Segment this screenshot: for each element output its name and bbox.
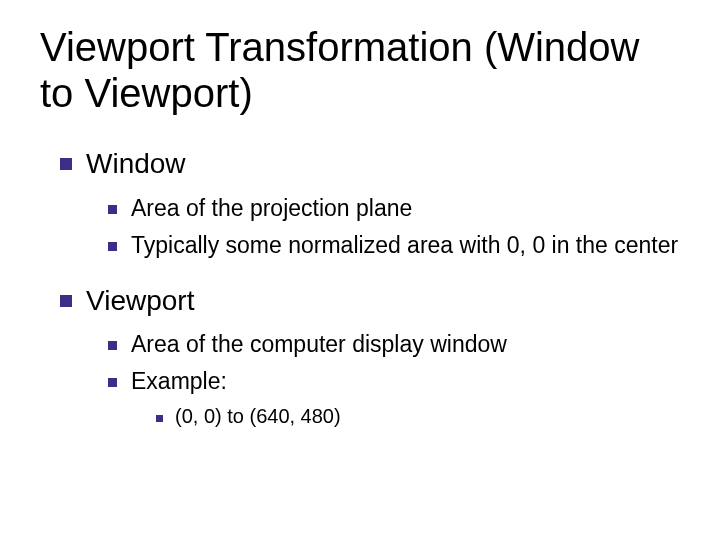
square-bullet-icon	[108, 341, 117, 350]
square-bullet-icon	[60, 158, 72, 170]
square-bullet-icon	[108, 242, 117, 251]
list-item: Example:	[108, 366, 680, 397]
list-item: Window	[60, 144, 680, 185]
list-item: Area of the projection plane	[108, 193, 680, 224]
list-item-label: Area of the projection plane	[131, 193, 412, 224]
square-bullet-icon	[60, 295, 72, 307]
list-item-label: (0, 0) to (640, 480)	[175, 403, 341, 430]
slide-title: Viewport Transformation (Window to Viewp…	[40, 24, 680, 116]
list-item-label: Area of the computer display window	[131, 329, 507, 360]
square-bullet-icon	[108, 378, 117, 387]
list-item: Viewport	[60, 281, 680, 322]
list-item-label: Typically some normalized area with 0, 0…	[131, 230, 678, 261]
list-item-label: Viewport	[86, 281, 194, 322]
slide: Viewport Transformation (Window to Viewp…	[0, 0, 720, 540]
list-item-label: Window	[86, 144, 186, 185]
list-item: Area of the computer display window	[108, 329, 680, 360]
square-bullet-icon	[108, 205, 117, 214]
list-item-label: Example:	[131, 366, 227, 397]
list-item: Typically some normalized area with 0, 0…	[108, 230, 680, 261]
square-bullet-icon	[156, 415, 163, 422]
list-item: (0, 0) to (640, 480)	[156, 403, 680, 430]
